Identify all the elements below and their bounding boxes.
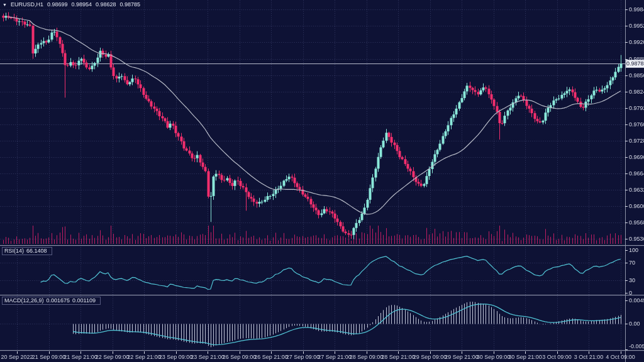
trading-chart-window: ▼EURUSD,H10.986990.989540.986280.98785 0… xyxy=(0,0,644,362)
chart-canvas[interactable] xyxy=(0,0,644,362)
